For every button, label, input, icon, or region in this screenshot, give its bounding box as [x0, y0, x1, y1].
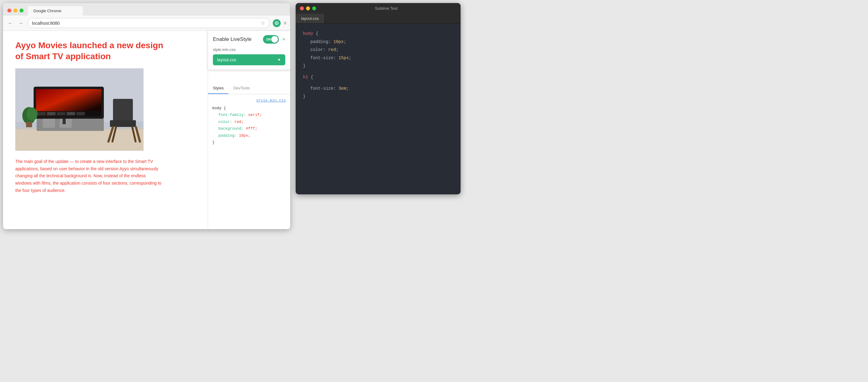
- css-file-dropdown[interactable]: layout.css ▼: [213, 54, 285, 65]
- css-property-background: background: #fff;: [212, 127, 257, 131]
- article-image: [15, 68, 144, 151]
- popup-title: Enable LiveStyle: [213, 36, 252, 42]
- css-property-color: color: red;: [212, 120, 244, 124]
- css-property-font-family: font-family: serif;: [212, 113, 262, 117]
- css-selector: body {: [212, 106, 226, 110]
- svg-rect-16: [67, 112, 75, 115]
- code-line-9: font-size: 3em;: [303, 84, 453, 93]
- code-line-4: font-size: 15px;: [303, 54, 453, 62]
- sublime-window-title: Sublime Text: [316, 6, 456, 14]
- tab-devtools[interactable]: DevTools: [228, 83, 254, 94]
- url-display: localhost:8080: [32, 21, 60, 26]
- livestyle-popup: Enable LiveStyle ON × style.min.css layo…: [208, 31, 290, 70]
- sublime-minimize-button[interactable]: [306, 6, 310, 10]
- tab-styles[interactable]: Styles: [208, 83, 228, 94]
- popup-close-button[interactable]: ×: [282, 37, 285, 42]
- forward-button[interactable]: →: [17, 20, 25, 27]
- sublime-close-button[interactable]: [300, 6, 304, 10]
- chrome-content: Ayyo Movies launched a new design of Sma…: [3, 31, 290, 229]
- chrome-window: Google Chrome ← → localhost:8080 ☆ ≡ Ayy…: [3, 3, 290, 229]
- minimize-button[interactable]: [13, 8, 18, 12]
- window-controls: [7, 8, 24, 15]
- sublime-code-editor[interactable]: body { padding: 10px; color: red; font-s…: [296, 24, 461, 194]
- livestyle-extension-icon[interactable]: [273, 19, 281, 27]
- toggle-knob: [271, 36, 278, 43]
- close-button[interactable]: [7, 8, 11, 12]
- address-bar[interactable]: localhost:8080 ☆: [28, 18, 270, 28]
- back-button[interactable]: ←: [7, 20, 14, 27]
- dropdown-arrow-icon: ▼: [277, 58, 281, 62]
- sublime-window-controls: [300, 6, 316, 13]
- sublime-tab-layout-css[interactable]: layout.css: [296, 14, 325, 23]
- svg-rect-20: [110, 120, 136, 127]
- svg-point-26: [27, 107, 37, 121]
- code-line-2: padding: 10px;: [303, 38, 453, 46]
- maximize-button[interactable]: [20, 8, 24, 12]
- svg-rect-13: [37, 112, 46, 115]
- svg-rect-3: [15, 128, 144, 151]
- tab-title: Google Chrome: [33, 8, 61, 13]
- menu-icon[interactable]: ≡: [284, 21, 286, 26]
- code-empty-line: [303, 70, 453, 73]
- style-file-reference[interactable]: style.min.css: [212, 97, 286, 104]
- popup-header: Enable LiveStyle ON ×: [213, 35, 285, 44]
- svg-rect-17: [76, 112, 85, 115]
- chrome-toolbar: ← → localhost:8080 ☆ ≡: [3, 15, 290, 31]
- panel-tabs: Styles DevTools: [208, 83, 290, 94]
- code-empty-line-2: [303, 81, 453, 84]
- sublime-maximize-button[interactable]: [312, 6, 316, 10]
- svg-rect-27: [26, 122, 32, 127]
- code-line-3: color: red;: [303, 46, 453, 54]
- sublime-tabs: layout.css: [296, 14, 461, 24]
- article-body: The main goal of the update — to create …: [15, 158, 162, 194]
- sublime-window: Sublime Text layout.css body { padding: …: [296, 3, 461, 194]
- svg-rect-7: [43, 119, 55, 128]
- devtools-panel: Enable LiveStyle ON × style.min.css layo…: [208, 31, 290, 229]
- code-line-7: h1 {: [303, 73, 453, 81]
- code-line-1: body {: [303, 30, 453, 38]
- article-title: Ayyo Movies launched a new design of Sma…: [15, 40, 168, 62]
- code-line-5: }: [303, 62, 453, 70]
- css-file-label: style.min.css: [213, 47, 285, 52]
- bookmark-icon[interactable]: ☆: [261, 20, 265, 26]
- svg-rect-14: [47, 112, 56, 115]
- code-line-10: }: [303, 93, 453, 101]
- css-property-padding: padding: 10px;: [212, 134, 250, 138]
- css-close-brace: }: [212, 140, 215, 145]
- webpage-area: Ayyo Movies launched a new design of Sma…: [3, 31, 208, 229]
- svg-rect-15: [57, 112, 65, 115]
- toggle-on-label: ON: [266, 38, 271, 41]
- chrome-titlebar: Google Chrome: [3, 3, 290, 15]
- svg-point-1: [276, 23, 277, 24]
- css-dropdown-value: layout.css: [217, 57, 236, 62]
- chrome-tab[interactable]: Google Chrome: [28, 6, 83, 15]
- panel-content: style.min.css body { font-family: serif;…: [208, 94, 290, 149]
- svg-rect-18: [63, 119, 66, 124]
- style-rule: body { font-family: serif; color: red; b…: [212, 105, 286, 146]
- sublime-titlebar: Sublime Text: [296, 3, 461, 14]
- livestyle-toggle[interactable]: ON: [263, 35, 279, 44]
